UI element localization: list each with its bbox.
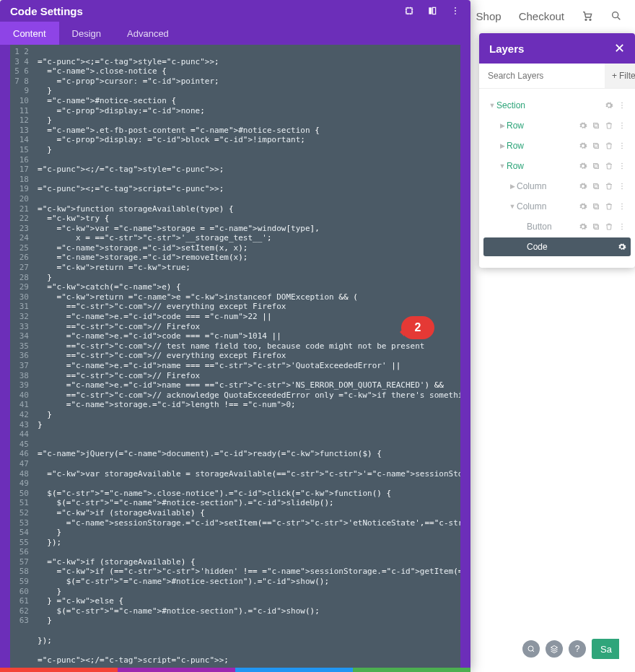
- layers-search-input[interactable]: [479, 64, 605, 88]
- svg-point-9: [621, 102, 623, 104]
- editor-gutter: 1 2 3 4 5 6 7 8 9 10 11 12 13 14 15 16 1…: [10, 45, 33, 672]
- expander-icon[interactable]: ▼: [508, 203, 517, 210]
- expander-icon[interactable]: ▶: [508, 183, 517, 190]
- svg-point-8: [455, 13, 456, 14]
- layer-label[interactable]: Button: [527, 222, 579, 232]
- dup-icon[interactable]: [592, 222, 600, 231]
- gear-icon[interactable]: [605, 101, 613, 110]
- gear-icon[interactable]: [579, 121, 587, 130]
- layers-tree: ▼Section▶Row▶Row▼Row▶Column▼ColumnButton…: [479, 89, 635, 268]
- svg-point-35: [621, 206, 623, 207]
- layer-row-column[interactable]: ▼Column: [483, 197, 631, 216]
- filter-button[interactable]: + Filter: [605, 64, 635, 88]
- tab-design[interactable]: Design: [59, 22, 114, 45]
- layer-row-row[interactable]: ▶Row: [483, 116, 631, 135]
- dup-icon[interactable]: [592, 141, 600, 150]
- svg-rect-28: [594, 184, 598, 188]
- svg-point-6: [455, 7, 456, 9]
- layer-row-section[interactable]: ▼Section: [483, 96, 631, 115]
- history-icon[interactable]: [522, 640, 540, 658]
- layers-search-row: + Filter: [479, 64, 635, 89]
- svg-rect-13: [594, 123, 598, 128]
- layer-label[interactable]: Section: [496, 100, 605, 110]
- expander-icon[interactable]: ▼: [488, 102, 496, 109]
- layer-row-row[interactable]: ▼Row: [483, 157, 631, 175]
- dots-icon[interactable]: [618, 202, 626, 211]
- gear-icon[interactable]: [579, 202, 587, 211]
- close-icon[interactable]: ✕: [614, 40, 625, 56]
- filter-label: Filter: [619, 71, 635, 81]
- trash-icon[interactable]: [605, 222, 613, 231]
- trash-icon[interactable]: [605, 141, 613, 150]
- trash-icon[interactable]: [605, 202, 613, 211]
- trash-icon[interactable]: [605, 182, 613, 191]
- help-icon[interactable]: ?: [569, 640, 586, 658]
- svg-point-36: [621, 209, 623, 210]
- rainbow-bar: [0, 668, 470, 672]
- trash-icon[interactable]: [605, 162, 613, 170]
- snap-icon[interactable]: [427, 6, 437, 16]
- cart-icon[interactable]: [582, 10, 593, 22]
- svg-rect-38: [594, 224, 598, 229]
- dup-icon[interactable]: [592, 202, 600, 211]
- svg-point-29: [621, 183, 623, 185]
- svg-point-10: [621, 105, 623, 106]
- gear-icon[interactable]: [618, 243, 626, 251]
- nav-link-checkout[interactable]: Checkout: [519, 10, 564, 22]
- expander-icon[interactable]: ▶: [498, 122, 507, 129]
- svg-point-39: [621, 224, 623, 225]
- layers-icon[interactable]: [546, 640, 563, 658]
- layer-row-button[interactable]: Button: [483, 217, 631, 236]
- layer-row-row[interactable]: ▶Row: [483, 136, 631, 155]
- tab-content[interactable]: Content: [0, 22, 59, 45]
- svg-point-21: [621, 148, 623, 149]
- code-editor[interactable]: 1 2 3 4 5 6 7 8 9 10 11 12 13 14 15 16 1…: [10, 45, 460, 672]
- layer-label[interactable]: Column: [517, 201, 579, 211]
- dots-icon[interactable]: [618, 162, 626, 170]
- layer-label[interactable]: Row: [507, 161, 579, 171]
- dots-icon[interactable]: [618, 182, 626, 191]
- save-button[interactable]: Sa: [592, 639, 619, 659]
- svg-rect-33: [594, 204, 598, 209]
- svg-rect-4: [429, 7, 432, 14]
- gear-icon[interactable]: [579, 182, 587, 191]
- svg-rect-12: [595, 124, 599, 128]
- dots-icon[interactable]: [618, 222, 626, 231]
- plus-icon: +: [612, 71, 617, 81]
- layer-label[interactable]: Row: [507, 121, 579, 131]
- gear-icon[interactable]: [579, 222, 587, 231]
- dup-icon[interactable]: [592, 182, 600, 191]
- nav-link-shop[interactable]: Shop: [476, 10, 502, 22]
- svg-point-16: [621, 128, 623, 129]
- layer-label[interactable]: Row: [507, 141, 579, 151]
- layer-label[interactable]: Code: [527, 242, 618, 252]
- fullscreen-icon[interactable]: [404, 6, 414, 16]
- layer-row-code[interactable]: Code: [483, 237, 631, 256]
- search-icon[interactable]: [610, 10, 622, 22]
- more-icon[interactable]: [450, 6, 460, 16]
- svg-point-11: [621, 108, 623, 109]
- editor-code[interactable]: ="c-punc"><;="c-tag">style="c-punc">>; =…: [33, 45, 460, 672]
- svg-point-24: [621, 163, 623, 165]
- dots-icon[interactable]: [618, 121, 626, 130]
- expander-icon[interactable]: ▶: [498, 142, 507, 149]
- svg-rect-22: [595, 165, 599, 169]
- svg-point-40: [621, 226, 623, 227]
- svg-rect-32: [595, 205, 599, 209]
- layers-panel: Layers ✕ + Filter ▼Section▶Row▶Row▼Row▶C…: [479, 33, 635, 268]
- dots-icon[interactable]: [618, 101, 626, 110]
- layer-row-column[interactable]: ▶Column: [483, 177, 631, 196]
- layer-label[interactable]: Column: [517, 181, 579, 191]
- dup-icon[interactable]: [592, 162, 600, 170]
- trash-icon[interactable]: [605, 121, 613, 130]
- gear-icon[interactable]: [579, 141, 587, 150]
- svg-point-1: [590, 19, 591, 20]
- tab-advanced[interactable]: Advanced: [114, 22, 182, 45]
- dots-icon[interactable]: [618, 141, 626, 150]
- gear-icon[interactable]: [579, 162, 587, 170]
- modal-header: Code Settings: [0, 0, 470, 22]
- svg-point-2: [613, 12, 618, 18]
- modal-title: Code Settings: [10, 5, 83, 17]
- expander-icon[interactable]: ▼: [498, 162, 507, 170]
- dup-icon[interactable]: [592, 121, 600, 130]
